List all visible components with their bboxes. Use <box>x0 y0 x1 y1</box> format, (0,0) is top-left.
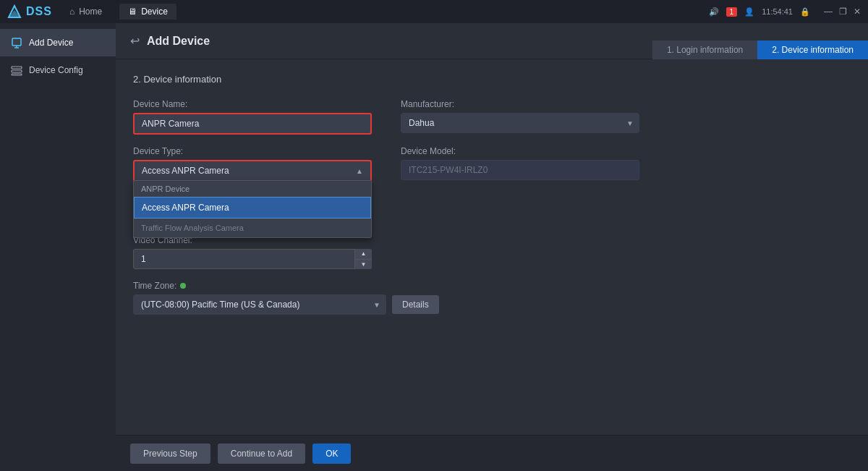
back-button[interactable]: ↩ <box>130 34 140 48</box>
device-model-label: Device Model: <box>401 146 639 156</box>
logo-icon <box>6 3 23 20</box>
manufacturer-select[interactable]: Dahua <box>401 113 639 133</box>
timezone-select-wrapper: (UTC-08:00) Pacific Time (US & Canada) ▼ <box>133 294 386 315</box>
dropdown-item-access-anpr[interactable]: Access ANPR Camera <box>134 197 371 218</box>
device-type-group: Device Type: Access ANPR Camera ▲ ANPR D… <box>133 146 372 180</box>
titlebar-left: DSS ⌂ Home 🖥 Device <box>6 3 176 20</box>
window-controls: — ❐ ✕ <box>823 7 862 17</box>
spinner-controls: ▲ ▼ <box>354 249 372 269</box>
user-icon: 👤 <box>744 7 754 17</box>
sidebar-item-add-device[interactable]: Add Device <box>0 29 116 56</box>
device-model-group: Device Model: <box>401 146 639 180</box>
svg-rect-7 <box>12 74 22 75</box>
close-button[interactable]: ✕ <box>852 7 862 17</box>
restore-button[interactable]: ❐ <box>838 7 848 17</box>
timezone-controls: (UTC-08:00) Pacific Time (US & Canada) ▼… <box>133 294 639 315</box>
logo-text: DSS <box>26 5 52 18</box>
manufacturer-group: Manufacturer: Dahua ▼ <box>401 99 639 135</box>
video-channel-spinner: ▲ ▼ <box>133 249 372 269</box>
content-body: 2. Device information Device Name: Manuf… <box>116 59 868 435</box>
home-tab-label: Home <box>79 7 102 17</box>
timezone-row: Time Zone: (UTC-08:00) Pacific Time (US … <box>133 281 639 315</box>
device-tab-label: Device <box>141 7 168 17</box>
details-button[interactable]: Details <box>392 295 439 314</box>
clock: 11:54:41 <box>762 7 793 16</box>
footer: Previous Step Continue to Add OK <box>116 435 868 471</box>
home-icon: ⌂ <box>69 7 75 17</box>
main-layout: Add Device Device Config ↩ Add Device 1 <box>0 23 868 471</box>
sidebar-item-device-config[interactable]: Device Config <box>0 56 116 84</box>
device-type-arrow-icon: ▲ <box>356 167 363 175</box>
device-type-dropdown-container: Access ANPR Camera ▲ ANPR Device Access … <box>133 160 372 180</box>
dropdown-group-label: ANPR Device <box>134 181 371 197</box>
page-title: Add Device <box>147 35 210 48</box>
content-header: ↩ Add Device 1. Login information 2. Dev… <box>116 23 868 59</box>
home-tab[interactable]: ⌂ Home <box>61 4 111 20</box>
device-type-select[interactable]: Access ANPR Camera ▲ <box>133 160 372 180</box>
device-config-label: Device Config <box>29 65 83 75</box>
section-header: 2. Device information <box>133 74 851 85</box>
device-type-value: Access ANPR Camera <box>142 166 229 176</box>
device-type-label: Device Type: <box>133 146 372 156</box>
device-tab[interactable]: 🖥 Device <box>119 4 176 20</box>
device-type-dropdown-menu: ANPR Device Access ANPR Camera Traffic F… <box>133 180 372 238</box>
logo: DSS <box>6 3 52 20</box>
titlebar: DSS ⌂ Home 🖥 Device 🔊 1 👤 11:54:41 🔒 — ❐… <box>0 0 868 23</box>
titlebar-right: 🔊 1 👤 11:54:41 🔒 — ❐ ✕ <box>709 7 862 17</box>
timezone-select[interactable]: (UTC-08:00) Pacific Time (US & Canada) <box>133 294 386 315</box>
video-channel-group: Video Channel: ▲ ▼ <box>133 235 372 269</box>
timezone-label-text: Time Zone: <box>133 281 176 291</box>
device-name-input[interactable] <box>133 113 372 135</box>
ok-button[interactable]: OK <box>312 444 351 464</box>
timezone-label: Time Zone: <box>133 281 639 291</box>
svg-rect-6 <box>12 70 22 72</box>
svg-rect-2 <box>12 38 21 46</box>
device-config-icon <box>10 64 23 77</box>
add-device-label: Add Device <box>29 38 73 48</box>
device-name-label: Device Name: <box>133 99 372 109</box>
content-area: ↩ Add Device 1. Login information 2. Dev… <box>116 23 868 471</box>
device-name-group: Device Name: <box>133 99 372 135</box>
alert-badge: 1 <box>726 7 738 17</box>
minimize-button[interactable]: — <box>823 7 833 17</box>
spinner-up-button[interactable]: ▲ <box>355 249 372 260</box>
video-channel-input[interactable] <box>133 249 372 269</box>
form-grid: Device Name: Manufacturer: Dahua ▼ <box>133 99 639 269</box>
step2-button[interactable]: 2. Device information <box>757 41 868 59</box>
continue-to-add-button[interactable]: Continue to Add <box>218 444 305 464</box>
manufacturer-label: Manufacturer: <box>401 99 639 109</box>
previous-step-button[interactable]: Previous Step <box>130 444 210 464</box>
section-title: 2. Device information <box>133 74 221 85</box>
timezone-status-dot <box>180 283 186 289</box>
device-model-input[interactable] <box>401 160 639 180</box>
add-device-icon <box>10 36 23 49</box>
content-with-steps: ↩ Add Device 1. Login information 2. Dev… <box>116 23 868 471</box>
spinner-down-button[interactable]: ▼ <box>355 260 372 270</box>
step1-button[interactable]: 1. Login information <box>652 41 757 59</box>
lock-icon: 🔒 <box>800 7 810 17</box>
manufacturer-select-wrapper: Dahua ▼ <box>401 113 639 133</box>
sidebar: Add Device Device Config <box>0 23 116 471</box>
svg-rect-5 <box>12 67 22 69</box>
device-tab-icon: 🖥 <box>128 7 137 17</box>
dropdown-item-traffic[interactable]: Traffic Flow Analysis Camera <box>134 218 371 237</box>
speaker-icon: 🔊 <box>709 7 719 17</box>
